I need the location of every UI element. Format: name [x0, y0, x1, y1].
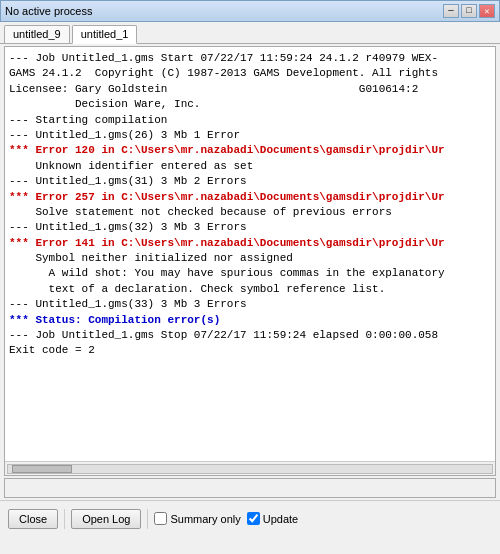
- separator-1: [64, 509, 65, 529]
- tab-untitled-9[interactable]: untitled_9: [4, 25, 70, 43]
- update-label[interactable]: Update: [247, 512, 298, 525]
- close-button[interactable]: Close: [8, 509, 58, 529]
- maximize-button[interactable]: □: [461, 4, 477, 18]
- tab-untitled-1[interactable]: untitled_1: [72, 25, 138, 44]
- scrollbar-track[interactable]: [7, 464, 493, 474]
- open-log-button[interactable]: Open Log: [71, 509, 141, 529]
- summary-only-label[interactable]: Summary only: [154, 512, 240, 525]
- log-area[interactable]: --- Job Untitled_1.gms Start 07/22/17 11…: [5, 47, 495, 461]
- main-content: --- Job Untitled_1.gms Start 07/22/17 11…: [4, 46, 496, 476]
- scrollbar-thumb[interactable]: [12, 465, 72, 473]
- title-bar: No active process ─ □ ✕: [0, 0, 500, 22]
- update-checkbox[interactable]: [247, 512, 260, 525]
- footer-toolbar: Close Open Log Summary only Update: [0, 500, 500, 536]
- summary-only-text: Summary only: [170, 513, 240, 525]
- close-window-button[interactable]: ✕: [479, 4, 495, 18]
- title-text: No active process: [5, 5, 92, 17]
- update-text: Update: [263, 513, 298, 525]
- separator-2: [147, 509, 148, 529]
- window-controls: ─ □ ✕: [443, 4, 495, 18]
- summary-only-checkbox[interactable]: [154, 512, 167, 525]
- horizontal-scrollbar[interactable]: [5, 461, 495, 475]
- tab-bar: untitled_9 untitled_1: [0, 22, 500, 44]
- minimize-button[interactable]: ─: [443, 4, 459, 18]
- status-bar: [4, 478, 496, 498]
